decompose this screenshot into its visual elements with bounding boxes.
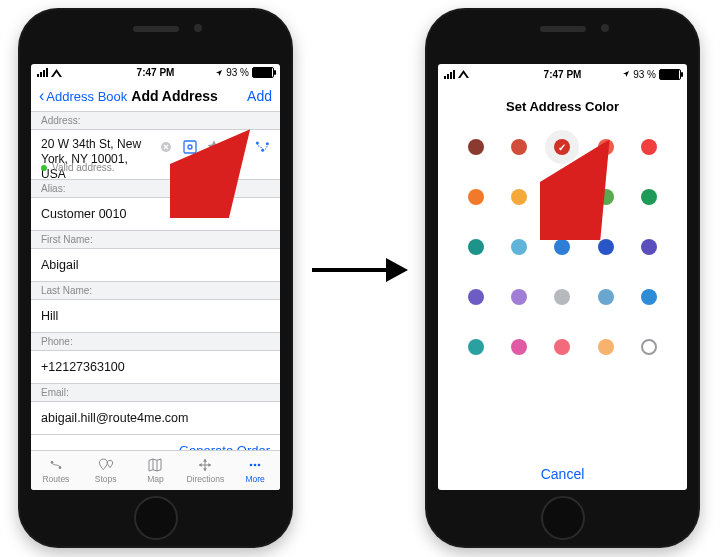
- star-icon[interactable]: [206, 139, 222, 155]
- color-swatch[interactable]: [641, 139, 657, 155]
- color-swatch[interactable]: [468, 339, 484, 355]
- route-icon[interactable]: [254, 139, 270, 155]
- svg-point-2: [188, 145, 192, 149]
- color-grid: [438, 122, 687, 454]
- valid-text: Valid address.: [52, 162, 115, 173]
- color-swatch[interactable]: [554, 339, 570, 355]
- phone-right: 7:47 PM 93 % Set Address Color Cancel: [425, 8, 700, 548]
- color-swatch[interactable]: [554, 239, 570, 255]
- phone-camera: [194, 24, 202, 32]
- row-last-name[interactable]: Hill: [31, 300, 280, 332]
- tab-label: Directions: [186, 474, 224, 484]
- color-circle-icon[interactable]: [230, 139, 246, 155]
- valid-dot-icon: [41, 165, 47, 171]
- email-value: abigail.hill@route4me.com: [41, 411, 188, 425]
- clear-icon[interactable]: [158, 139, 174, 155]
- status-bar: 7:47 PM 93 %: [438, 64, 687, 83]
- label-alias: Alias:: [31, 179, 280, 198]
- color-swatch[interactable]: [598, 339, 614, 355]
- label-phone: Phone:: [31, 332, 280, 351]
- address-icons: [158, 139, 270, 155]
- nav-action-add[interactable]: Add: [247, 88, 272, 104]
- label-last-name: Last Name:: [31, 281, 280, 300]
- label-email: Email:: [31, 383, 280, 402]
- row-address[interactable]: 20 W 34th St, New York, NY 10001, USA: [31, 130, 280, 162]
- cancel-button[interactable]: Cancel: [438, 454, 687, 490]
- color-swatch[interactable]: [641, 339, 657, 355]
- row-valid: Valid address.: [31, 162, 280, 179]
- phone-left: 7:47 PM 93 % ‹ Address Book Add Address …: [18, 8, 293, 548]
- color-swatch[interactable]: [641, 239, 657, 255]
- tab-routes[interactable]: Routes: [31, 451, 81, 490]
- color-swatch[interactable]: [468, 189, 484, 205]
- color-swatch[interactable]: [468, 289, 484, 305]
- nav-title: Add Address: [131, 88, 218, 104]
- tab-map[interactable]: Map: [131, 451, 181, 490]
- tab-directions[interactable]: Directions: [180, 451, 230, 490]
- screen-add-address: 7:47 PM 93 % ‹ Address Book Add Address …: [31, 64, 280, 490]
- svg-rect-1: [184, 141, 196, 153]
- color-swatch[interactable]: [554, 139, 570, 155]
- battery-icon: [252, 67, 274, 78]
- color-swatch[interactable]: [641, 189, 657, 205]
- label-first-name: First Name:: [31, 230, 280, 249]
- color-swatch[interactable]: [598, 289, 614, 305]
- nav-bar: ‹ Address Book Add Address Add: [31, 81, 280, 112]
- phone-value: +12127363100: [41, 360, 125, 374]
- svg-point-11: [258, 464, 261, 467]
- row-email[interactable]: abigail.hill@route4me.com: [31, 402, 280, 434]
- routes-icon: [46, 457, 66, 473]
- alias-value: Customer 0010: [41, 207, 126, 221]
- nav-back-label: Address Book: [46, 89, 127, 104]
- more-icon: [245, 457, 265, 473]
- color-swatch[interactable]: [598, 189, 614, 205]
- form-list: Address: 20 W 34th St, New York, NY 1000…: [31, 112, 280, 450]
- row-first-name[interactable]: Abigail: [31, 249, 280, 281]
- generate-order-button[interactable]: Generate Order: [31, 434, 280, 450]
- svg-point-10: [254, 464, 257, 467]
- color-swatch[interactable]: [511, 139, 527, 155]
- last-name-value: Hill: [41, 309, 58, 323]
- battery-icon: [659, 69, 681, 80]
- directions-icon: [195, 457, 215, 473]
- row-alias[interactable]: Customer 0010: [31, 198, 280, 230]
- map-icon: [145, 457, 165, 473]
- nav-back-button[interactable]: ‹ Address Book: [39, 88, 127, 104]
- color-swatch[interactable]: [468, 239, 484, 255]
- phone-speaker: [133, 26, 179, 32]
- status-time: 7:47 PM: [438, 69, 687, 80]
- color-swatch[interactable]: [511, 239, 527, 255]
- row-phone[interactable]: +12127363100: [31, 351, 280, 383]
- color-swatch[interactable]: [468, 139, 484, 155]
- stage: 7:47 PM 93 % ‹ Address Book Add Address …: [0, 0, 720, 557]
- color-swatch[interactable]: [598, 239, 614, 255]
- tab-label: Stops: [95, 474, 117, 484]
- first-name-value: Abigail: [41, 258, 79, 272]
- flow-arrow-icon: [310, 250, 410, 290]
- color-swatch[interactable]: [641, 289, 657, 305]
- scan-icon[interactable]: [182, 139, 198, 155]
- stops-icon: [96, 457, 116, 473]
- phone-camera: [601, 24, 609, 32]
- tab-label: More: [245, 474, 264, 484]
- home-button[interactable]: [541, 496, 585, 540]
- color-swatch[interactable]: [511, 339, 527, 355]
- color-swatch[interactable]: [511, 289, 527, 305]
- color-swatch[interactable]: [554, 189, 570, 205]
- color-swatch[interactable]: [511, 189, 527, 205]
- tab-stops[interactable]: Stops: [81, 451, 131, 490]
- chevron-left-icon: ‹: [39, 88, 44, 104]
- screen-color-picker: 7:47 PM 93 % Set Address Color Cancel: [438, 64, 687, 490]
- status-time: 7:47 PM: [31, 67, 280, 78]
- color-swatch[interactable]: [598, 139, 614, 155]
- svg-point-9: [250, 464, 253, 467]
- tab-more[interactable]: More: [230, 451, 280, 490]
- color-swatch[interactable]: [554, 289, 570, 305]
- tab-label: Routes: [42, 474, 69, 484]
- tab-bar: Routes Stops Map Directions More: [31, 450, 280, 490]
- sheet-title: Set Address Color: [438, 83, 687, 122]
- status-bar: 7:47 PM 93 %: [31, 64, 280, 81]
- svg-point-3: [233, 142, 243, 152]
- home-button[interactable]: [134, 496, 178, 540]
- tab-label: Map: [147, 474, 164, 484]
